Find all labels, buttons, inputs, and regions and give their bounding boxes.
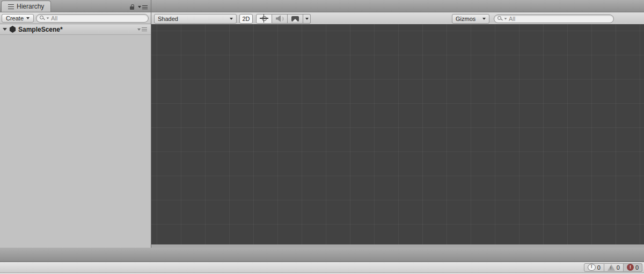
create-label: Create [6,15,24,21]
shading-mode-label: Shaded [158,16,178,22]
scene-row-menu-button[interactable] [137,27,147,31]
scene-asset-row[interactable]: SampleScene* [0,24,151,35]
info-icon [588,264,596,271]
foldout-expanded-icon[interactable] [3,28,7,31]
gizmos-label: Gizmos [456,16,475,22]
error-count: 0 [635,264,639,271]
hierarchy-panel: Hierarchy Create S [0,0,151,248]
speaker-icon [276,16,283,22]
unity-editor-window: Hierarchy Create S [0,0,644,274]
search-icon [40,16,45,20]
lighting-toggle-button[interactable] [256,14,272,24]
image-icon [291,16,299,21]
effects-toggle-button[interactable] [288,14,303,24]
hierarchy-tabstrip: Hierarchy [0,0,151,12]
bottom-panel: 0 0 0 [0,248,644,274]
chevron-down-icon [504,18,507,19]
chevron-down-icon [482,18,486,20]
search-icon [497,16,502,21]
tab-label: Hierarchy [17,3,44,10]
warning-icon [608,264,615,271]
hierarchy-item-main-camera[interactable] [0,35,151,46]
tab-hierarchy[interactable]: Hierarchy [1,1,51,12]
scene-name: SampleScene* [18,26,63,33]
chevron-down-icon [305,18,309,20]
audio-toggle-button[interactable] [272,14,288,24]
menu-icon [142,27,147,31]
error-count-button[interactable]: 0 [624,263,642,272]
chevron-down-icon [230,18,233,20]
console-counts: 0 0 0 [584,263,642,272]
chevron-down-icon [137,28,141,31]
warning-count: 0 [617,264,620,271]
scene-viewport[interactable] [151,24,644,244]
info-count: 0 [597,264,601,271]
chevron-down-icon [138,6,141,8]
sun-icon [262,16,267,21]
shading-mode-dropdown[interactable]: Shaded [154,14,237,24]
scene-search-input[interactable] [509,16,610,22]
unity-logo-icon [9,26,16,33]
bottom-tabstrip [0,248,644,262]
lock-icon[interactable] [130,6,134,10]
create-button[interactable]: Create [2,14,34,23]
warning-count-button[interactable]: 0 [604,263,624,272]
2d-toggle-button[interactable]: 2D [239,14,253,24]
console-toolbar: 0 0 0 [0,262,644,273]
effects-dropdown-button[interactable] [303,14,311,24]
scene-panel: Shaded 2D Gizmos [151,0,644,248]
chevron-down-icon [26,17,30,19]
chevron-down-icon [47,17,49,19]
hierarchy-search-input[interactable] [51,15,145,21]
menu-icon [142,5,148,9]
hierarchy-search[interactable] [36,14,149,23]
hierarchy-toolbar: Create [0,12,151,24]
scene-tabstrip [151,0,644,12]
scene-search[interactable] [494,15,614,23]
hierarchy-item-list [0,35,151,46]
error-icon [627,264,634,271]
gizmos-dropdown[interactable]: Gizmos [452,14,489,24]
list-icon [8,4,14,9]
panel-menu-button[interactable] [138,5,148,9]
scene-toolbar: Shaded 2D Gizmos [151,12,644,25]
info-count-button[interactable]: 0 [584,263,604,272]
